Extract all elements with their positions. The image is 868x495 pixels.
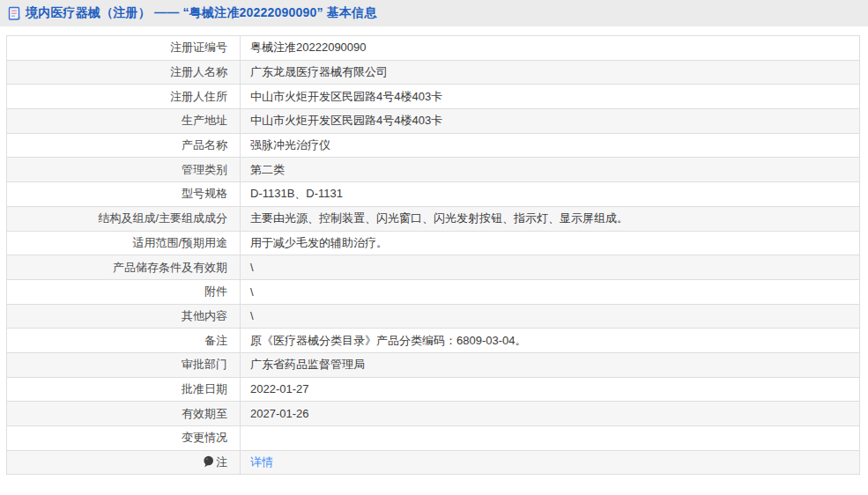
table-row: 结构及组成/主要组成成分主要由光源、控制装置、闪光窗口、闪光发射按钮、指示灯、显… bbox=[7, 206, 860, 231]
page-header: 境内医疗器械（注册） —— “粤械注准20222090090” 基本信息 bbox=[0, 0, 868, 26]
field-label-text: 批准日期 bbox=[182, 382, 227, 395]
field-value: \ bbox=[241, 255, 860, 280]
field-value-text: 2022-01-27 bbox=[250, 382, 309, 395]
field-label: 注 bbox=[7, 450, 241, 475]
field-value-text: 强脉冲光治疗仪 bbox=[250, 138, 330, 151]
field-label-text: 适用范围/预期用途 bbox=[132, 236, 227, 249]
field-label-text: 审批部门 bbox=[182, 358, 227, 371]
table-row: 批准日期2022-01-27 bbox=[7, 377, 860, 402]
field-value-text: 广东龙晟医疗器械有限公司 bbox=[250, 65, 388, 78]
field-label: 批准日期 bbox=[7, 377, 241, 402]
field-label: 适用范围/预期用途 bbox=[7, 231, 241, 255]
field-value-text: 粤械注准20222090090 bbox=[250, 41, 367, 54]
table-row: 注详情 bbox=[7, 450, 860, 475]
table-row: 附件\ bbox=[7, 279, 860, 304]
info-table-body: 注册证编号粤械注准20222090090注册人名称广东龙晟医疗器械有限公司注册人… bbox=[7, 36, 860, 475]
field-label: 产品储存条件及有效期 bbox=[7, 255, 241, 280]
field-value-text: 主要由光源、控制装置、闪光窗口、闪光发射按钮、指示灯、显示屏组成。 bbox=[250, 211, 628, 225]
field-label: 结构及组成/主要组成成分 bbox=[7, 206, 241, 231]
table-row: 审批部门广东省药品监督管理局 bbox=[7, 352, 860, 377]
registration-info-table: 注册证编号粤械注准20222090090注册人名称广东龙晟医疗器械有限公司注册人… bbox=[6, 35, 868, 475]
field-value: 中山市火炬开发区民园路4号4楼403卡 bbox=[241, 85, 860, 109]
field-value: 详情 bbox=[241, 450, 860, 475]
table-row: 型号规格D-1131B、D-1131 bbox=[7, 182, 860, 207]
table-row: 有效期至2027-01-26 bbox=[7, 402, 860, 426]
field-label-text: 变更情况 bbox=[182, 431, 227, 444]
field-value: \ bbox=[241, 279, 860, 304]
field-value: 中山市火炬开发区民园路4号4楼403卡 bbox=[241, 109, 860, 134]
field-label: 产品名称 bbox=[7, 133, 241, 158]
field-label: 注册人名称 bbox=[7, 60, 241, 85]
field-value-text: 中山市火炬开发区民园路4号4楼403卡 bbox=[250, 90, 442, 103]
field-label-text: 注 bbox=[216, 455, 227, 469]
field-label: 审批部门 bbox=[7, 352, 241, 377]
table-row: 备注原《医疗器械分类目录》产品分类编码：6809-03-04。 bbox=[7, 329, 860, 353]
field-label-text: 管理类别 bbox=[182, 163, 227, 176]
field-value: 第二类 bbox=[241, 158, 860, 182]
field-value-text: D-1131B、D-1131 bbox=[250, 187, 343, 200]
field-value-text: 广东省药品监督管理局 bbox=[250, 358, 365, 371]
table-row: 变更情况 bbox=[7, 426, 860, 451]
field-value-text: 第二类 bbox=[250, 163, 285, 176]
field-label: 生产地址 bbox=[7, 109, 241, 134]
field-value: 粤械注准20222090090 bbox=[241, 36, 860, 61]
field-label-text: 生产地址 bbox=[182, 114, 227, 127]
field-label-text: 注册人名称 bbox=[170, 65, 227, 78]
field-value: 2027-01-26 bbox=[241, 402, 860, 426]
field-value-text: 原《医疗器械分类目录》产品分类编码：6809-03-04。 bbox=[250, 334, 527, 347]
field-value-text: \ bbox=[250, 261, 254, 274]
field-label: 其他内容 bbox=[7, 304, 241, 329]
field-label: 备注 bbox=[7, 329, 241, 353]
field-value: 用于减少毛发的辅助治疗。 bbox=[241, 231, 860, 255]
table-row: 适用范围/预期用途用于减少毛发的辅助治疗。 bbox=[7, 231, 860, 255]
field-value: 原《医疗器械分类目录》产品分类编码：6809-03-04。 bbox=[241, 329, 860, 353]
field-label: 注册证编号 bbox=[7, 36, 241, 61]
field-label-text: 产品储存条件及有效期 bbox=[113, 261, 227, 274]
field-label-text: 结构及组成/主要组成成分 bbox=[98, 211, 227, 225]
note-balloon-icon bbox=[203, 455, 214, 468]
field-label-text: 其他内容 bbox=[182, 309, 227, 322]
field-value-text: 用于减少毛发的辅助治疗。 bbox=[250, 236, 388, 249]
field-label-text: 注册人住所 bbox=[170, 90, 227, 103]
field-label: 型号规格 bbox=[7, 182, 241, 207]
table-row: 注册证编号粤械注准20222090090 bbox=[7, 36, 860, 61]
table-row: 产品储存条件及有效期\ bbox=[7, 255, 860, 280]
table-row: 注册人住所中山市火炬开发区民园路4号4楼403卡 bbox=[7, 85, 860, 109]
field-value-text: 2027-01-26 bbox=[250, 407, 309, 420]
table-row: 生产地址中山市火炬开发区民园路4号4楼403卡 bbox=[7, 109, 860, 134]
field-label: 注册人住所 bbox=[7, 85, 241, 109]
field-label: 变更情况 bbox=[7, 426, 241, 451]
field-value: 主要由光源、控制装置、闪光窗口、闪光发射按钮、指示灯、显示屏组成。 bbox=[241, 206, 860, 231]
field-label: 有效期至 bbox=[7, 402, 241, 426]
field-value: D-1131B、D-1131 bbox=[241, 182, 860, 207]
table-row: 产品名称强脉冲光治疗仪 bbox=[7, 133, 860, 158]
field-label: 管理类别 bbox=[7, 158, 241, 182]
field-value-text: \ bbox=[250, 285, 254, 299]
table-row: 其他内容\ bbox=[7, 304, 860, 329]
document-icon bbox=[8, 6, 21, 21]
details-link[interactable]: 详情 bbox=[250, 455, 273, 469]
table-row: 注册人名称广东龙晟医疗器械有限公司 bbox=[7, 60, 860, 85]
field-value-text: \ bbox=[250, 309, 254, 322]
field-label-text: 注册证编号 bbox=[170, 41, 227, 54]
field-value: 广东省药品监督管理局 bbox=[241, 352, 860, 377]
table-row: 管理类别第二类 bbox=[7, 158, 860, 182]
field-value: 强脉冲光治疗仪 bbox=[241, 133, 860, 158]
field-value: 广东龙晟医疗器械有限公司 bbox=[241, 60, 860, 85]
field-value: \ bbox=[241, 304, 860, 329]
field-value-text: 中山市火炬开发区民园路4号4楼403卡 bbox=[250, 114, 442, 127]
field-value: 2022-01-27 bbox=[241, 377, 860, 402]
field-value bbox=[241, 426, 860, 451]
field-label-text: 产品名称 bbox=[182, 138, 227, 151]
page-title: 境内医疗器械（注册） —— “粤械注准20222090090” 基本信息 bbox=[26, 5, 377, 21]
field-label: 附件 bbox=[7, 279, 241, 304]
field-label-text: 备注 bbox=[204, 334, 227, 347]
field-label-text: 型号规格 bbox=[182, 187, 227, 200]
field-label-text: 有效期至 bbox=[182, 407, 227, 420]
field-label-text: 附件 bbox=[204, 284, 227, 298]
